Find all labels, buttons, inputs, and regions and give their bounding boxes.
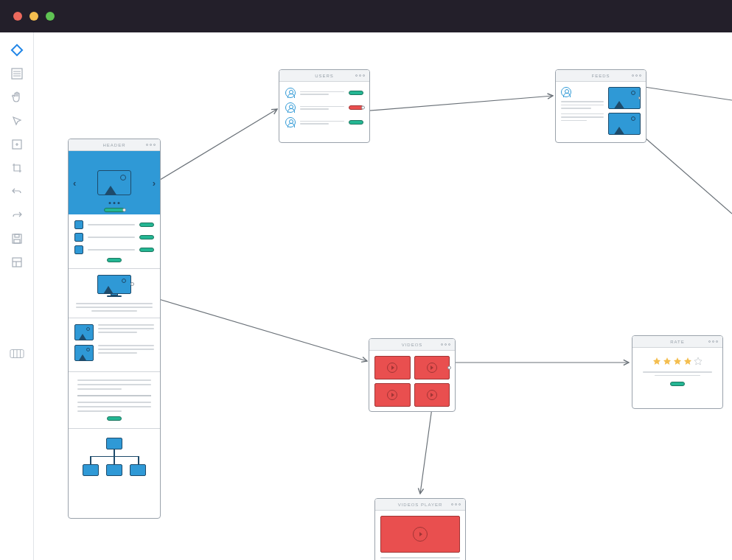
- image-row: [74, 324, 154, 340]
- svg-line-17: [352, 96, 553, 112]
- status-pill[interactable]: [349, 120, 363, 125]
- frame-dots-icon: [708, 340, 718, 343]
- tag-pill[interactable]: [139, 235, 154, 239]
- frame-title-label: HEADER: [102, 143, 125, 147]
- images-block: [69, 318, 160, 372]
- hand-tool-icon[interactable]: [10, 90, 24, 105]
- logo-icon[interactable]: [10, 43, 24, 57]
- wireframe-header[interactable]: HEADER ‹ ›: [68, 139, 161, 519]
- svg-rect-9: [13, 258, 21, 267]
- wireframe-videos[interactable]: VIDEOS: [369, 338, 456, 412]
- frame-title-label: VIDEOS: [402, 343, 423, 347]
- svg-rect-8: [14, 239, 20, 243]
- frame-dots-icon: [632, 74, 641, 77]
- play-icon: [427, 390, 437, 400]
- pager-dots-icon: [109, 202, 120, 204]
- video-thumbnail[interactable]: [374, 356, 411, 379]
- play-icon: [413, 527, 428, 542]
- avatar-icon: [285, 102, 296, 113]
- wireframe-users[interactable]: USERS: [279, 69, 370, 143]
- maximize-window-button[interactable]: [46, 12, 55, 21]
- svg-rect-0: [11, 45, 21, 55]
- more-button[interactable]: [107, 258, 122, 262]
- text-block: [69, 372, 160, 429]
- frame-title: USERS: [279, 70, 369, 82]
- video-thumbnail[interactable]: [374, 383, 411, 407]
- image-placeholder-icon: [74, 324, 94, 340]
- image-placeholder-icon: [608, 113, 641, 135]
- image-placeholder-icon: [74, 345, 94, 361]
- redo-icon[interactable]: [10, 208, 24, 223]
- avatar-icon: [285, 117, 296, 127]
- undo-icon[interactable]: [10, 184, 24, 199]
- frame-dots-icon: [146, 144, 156, 146]
- tag-pill[interactable]: [139, 248, 154, 252]
- frame-title-label: USERS: [315, 74, 334, 78]
- chevron-right-icon[interactable]: ›: [153, 178, 156, 189]
- user-row: [285, 88, 363, 98]
- user-row: [285, 102, 363, 113]
- frame-dots-icon: [355, 74, 365, 77]
- list-block: [69, 214, 160, 269]
- sitemap-icon: [81, 438, 147, 476]
- status-pill[interactable]: [349, 91, 363, 95]
- chevron-left-icon[interactable]: ‹: [73, 178, 76, 189]
- video-thumbnail[interactable]: [414, 356, 450, 379]
- save-icon[interactable]: [10, 231, 24, 246]
- pointer-tool-icon[interactable]: [10, 113, 24, 128]
- expand-tool-icon[interactable]: [10, 137, 24, 152]
- text-placeholder: [380, 557, 460, 559]
- star-rating[interactable]: [640, 357, 715, 365]
- tag-pill[interactable]: [139, 223, 154, 227]
- frame-title-label: VIDEOS PLAYER: [398, 503, 443, 507]
- crop-tool-icon[interactable]: [10, 161, 24, 175]
- star-outline-icon: [694, 357, 703, 365]
- wireframe-feeds[interactable]: FEEDS: [555, 69, 646, 143]
- user-row: [285, 117, 363, 127]
- avatar-icon: [561, 87, 571, 97]
- list-item: [74, 220, 154, 229]
- frame-title: RATE: [632, 336, 722, 348]
- status-pill[interactable]: [349, 105, 363, 110]
- wireframe-rate[interactable]: RATE: [632, 335, 723, 409]
- frame-title-label: FEEDS: [591, 74, 610, 78]
- sitemap-block: [69, 429, 160, 485]
- svg-line-18: [644, 87, 732, 100]
- avatar-icon: [285, 88, 296, 98]
- list-item: [74, 233, 154, 242]
- star-icon: [663, 357, 672, 365]
- text-placeholder: [98, 345, 154, 354]
- action-button[interactable]: [107, 416, 122, 421]
- square-icon: [74, 233, 83, 242]
- design-canvas[interactable]: HEADER ‹ ›: [34, 32, 732, 560]
- square-icon: [74, 220, 83, 229]
- star-icon: [673, 357, 682, 365]
- video-thumbnail[interactable]: [414, 383, 450, 407]
- wireframe-videos-player[interactable]: VIDEOS PLAYER: [374, 498, 466, 560]
- submit-button[interactable]: [670, 382, 685, 386]
- svg-rect-7: [15, 234, 19, 237]
- layout-tool-icon[interactable]: [10, 255, 24, 270]
- text-placeholder: [98, 324, 154, 333]
- star-icon: [683, 357, 692, 365]
- close-window-button[interactable]: [13, 12, 22, 21]
- image-placeholder-icon: [608, 87, 641, 109]
- play-icon: [387, 363, 397, 373]
- play-icon: [427, 363, 437, 373]
- cta-pill[interactable]: [104, 208, 125, 212]
- text-placeholder: [76, 303, 153, 312]
- monitor-block: [69, 269, 160, 318]
- titlebar: [0, 0, 732, 32]
- video-player[interactable]: [380, 516, 460, 553]
- monitor-icon: [97, 275, 131, 298]
- feed-text: [561, 87, 604, 135]
- minimize-window-button[interactable]: [29, 12, 38, 21]
- play-icon: [387, 390, 397, 400]
- image-placeholder-icon: [97, 170, 131, 195]
- frame-title: HEADER: [69, 139, 160, 151]
- frame-dots-icon: [451, 503, 461, 505]
- frame-title: VIDEOS: [369, 339, 455, 351]
- frame-title: FEEDS: [556, 70, 646, 82]
- grid-toggle-icon[interactable]: [10, 346, 24, 361]
- list-tool-icon[interactable]: [10, 66, 24, 81]
